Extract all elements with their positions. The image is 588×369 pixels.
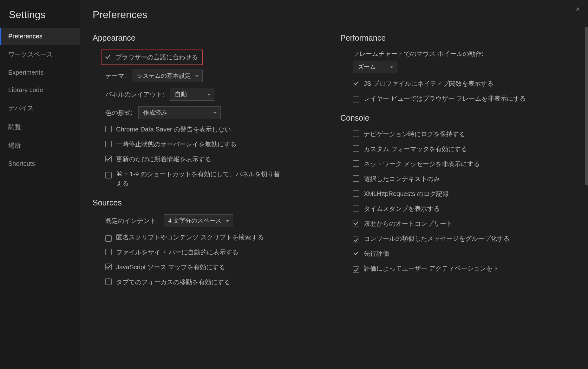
section-title-console: Console bbox=[340, 113, 575, 123]
checkbox-label: 更新のたびに新着情報を表示する bbox=[116, 155, 211, 164]
checkbox-native-funcs[interactable]: JS プロファイルにネイティブ関数を表示する bbox=[353, 79, 575, 88]
checkbox-icon[interactable] bbox=[105, 126, 112, 132]
checkbox-icon[interactable] bbox=[353, 145, 359, 152]
panel-layout-select[interactable]: 自動 bbox=[170, 88, 214, 101]
flamechart-wheel-label: フレームチャートでのマウス ホイールの動作: bbox=[353, 50, 575, 58]
checkbox-label: JS プロファイルにネイティブ関数を表示する bbox=[364, 79, 493, 88]
checkbox-icon[interactable] bbox=[105, 54, 111, 60]
checkbox-label: コンソールの類似したメッセージをグループ化する bbox=[364, 234, 510, 243]
checkbox-autocomplete-history[interactable]: 履歴からのオートコンプリート bbox=[353, 219, 575, 228]
checkbox-label: 匿名スクリプトやコンテンツ スクリプトを検索する bbox=[116, 233, 264, 242]
checkbox-label: 先行評価 bbox=[364, 249, 389, 258]
checkbox-label: ファイルをサイド バーに自動的に表示する bbox=[116, 248, 238, 257]
checkbox-label: カスタム フォーマッタを有効にする bbox=[364, 144, 467, 154]
section-title-performance: Performance bbox=[340, 33, 575, 43]
checkbox-log-xhr[interactable]: XMLHttpRequests のログ記録 bbox=[353, 189, 575, 198]
checkbox-icon[interactable] bbox=[353, 97, 359, 103]
checkbox-icon[interactable] bbox=[353, 237, 359, 243]
checkbox-icon[interactable] bbox=[105, 141, 112, 147]
checkbox-label: ブラウザーの言語に合わせる bbox=[115, 53, 198, 62]
checkbox-label: 選択したコンテキストのみ bbox=[364, 174, 440, 184]
sidebar-item-shortcuts[interactable]: Shortcuts bbox=[0, 155, 80, 172]
checkbox-match-browser-language[interactable]: ブラウザーの言語に合わせる bbox=[101, 50, 203, 65]
section-title-appearance: Appearance bbox=[93, 33, 328, 43]
sidebar-item-devices[interactable]: デバイス bbox=[0, 99, 80, 117]
checkbox-label: レイヤー ビューではブラウザー フレームを非表示にする bbox=[364, 94, 526, 103]
checkbox-icon[interactable] bbox=[353, 80, 359, 86]
checkbox-icon[interactable] bbox=[353, 175, 359, 182]
checkbox-selected-context-only[interactable]: 選択したコンテキストのみ bbox=[353, 174, 575, 184]
checkbox-search-anon-scripts[interactable]: 匿名スクリプトやコンテンツ スクリプトを検索する bbox=[105, 233, 328, 242]
checkbox-hide-network[interactable]: ネットワーク メッセージを非表示にする bbox=[353, 159, 575, 169]
checkbox-data-saver-warning[interactable]: Chrome Data Saver の警告を表示しない bbox=[105, 125, 328, 134]
sidebar-item-workspace[interactable]: ワークスペース bbox=[0, 45, 80, 64]
checkbox-icon[interactable] bbox=[353, 266, 359, 273]
main-panel: × Preferences Appearance ブラウザーの言語に合わせる テ… bbox=[80, 0, 588, 369]
checkbox-icon[interactable] bbox=[105, 249, 112, 255]
checkbox-icon[interactable] bbox=[105, 278, 112, 285]
checkbox-show-timestamps[interactable]: タイムスタンプを表示する bbox=[353, 204, 575, 213]
checkbox-label: 履歴からのオートコンプリート bbox=[364, 219, 453, 228]
left-column: Appearance ブラウザーの言語に合わせる テーマ: システムの基本設定 … bbox=[93, 30, 328, 292]
checkbox-icon[interactable] bbox=[105, 235, 112, 242]
checkbox-js-source-maps[interactable]: JavaScript ソース マップを有効にする bbox=[105, 263, 328, 272]
panel-layout-label: パネルのレイアウト: bbox=[105, 90, 164, 99]
checkbox-label: ⌘ + 1-9 のショートカットを有効にして、パネルを切り替える bbox=[116, 170, 281, 188]
section-title-sources: Sources bbox=[93, 198, 328, 207]
checkbox-tab-focus[interactable]: タブでのフォーカスの移動を有効にする bbox=[105, 278, 328, 287]
checkbox-label: XMLHttpRequests のログ記録 bbox=[364, 189, 449, 198]
scrollbar-thumb[interactable] bbox=[585, 27, 588, 185]
checkbox-auto-reveal-sidebar[interactable]: ファイルをサイド バーに自動的に表示する bbox=[105, 248, 328, 257]
checkbox-icon[interactable] bbox=[105, 172, 112, 178]
color-format-select[interactable]: 作成済み bbox=[138, 106, 221, 119]
checkbox-group-similar[interactable]: コンソールの類似したメッセージをグループ化する bbox=[353, 234, 575, 243]
checkbox-label: 一時停止状態のオーバーレイを無効にする bbox=[116, 140, 237, 149]
checkbox-disable-paused-overlay[interactable]: 一時停止状態のオーバーレイを無効にする bbox=[105, 140, 328, 149]
checkbox-icon[interactable] bbox=[353, 220, 359, 226]
checkbox-label: タイムスタンプを表示する bbox=[364, 204, 440, 213]
checkbox-label: Chrome Data Saver の警告を表示しない bbox=[116, 125, 231, 134]
sidebar-item-throttling[interactable]: 調整 bbox=[0, 117, 80, 136]
checkbox-label: 評価によってユーザー アクティベーションをト bbox=[364, 264, 499, 273]
sidebar-item-preferences[interactable]: Preferences bbox=[0, 28, 80, 45]
default-indent-label: 既定のインデント: bbox=[105, 217, 158, 225]
checkbox-preserve-log[interactable]: ナビゲーション時にログを保持する bbox=[353, 130, 575, 139]
checkbox-show-whats-new[interactable]: 更新のたびに新着情報を表示する bbox=[105, 155, 328, 164]
checkbox-user-activation[interactable]: 評価によってユーザー アクティベーションをト bbox=[353, 264, 575, 273]
checkbox-label: ネットワーク メッセージを非表示にする bbox=[364, 159, 480, 169]
checkbox-eager-eval[interactable]: 先行評価 bbox=[353, 249, 575, 258]
sidebar-item-experiments[interactable]: Experiments bbox=[0, 64, 80, 81]
checkbox-icon[interactable] bbox=[353, 131, 359, 137]
checkbox-label: JavaScript ソース マップを有効にする bbox=[116, 263, 225, 272]
checkbox-custom-formatters[interactable]: カスタム フォーマッタを有効にする bbox=[353, 144, 575, 154]
checkbox-hide-browser-frames[interactable]: レイヤー ビューではブラウザー フレームを非表示にする bbox=[353, 94, 575, 103]
close-icon[interactable]: × bbox=[576, 6, 580, 13]
default-indent-select[interactable]: 4 文字分のスペース bbox=[164, 214, 233, 227]
checkbox-label: ナビゲーション時にログを保持する bbox=[364, 130, 465, 139]
checkbox-icon[interactable] bbox=[353, 250, 359, 256]
flamechart-wheel-select[interactable]: ズーム bbox=[353, 61, 397, 73]
checkbox-icon[interactable] bbox=[105, 264, 112, 270]
theme-select[interactable]: システムの基本設定 bbox=[132, 70, 203, 82]
theme-label: テーマ: bbox=[105, 72, 126, 80]
settings-sidebar: Settings Preferences ワークスペース Experiments… bbox=[0, 0, 80, 369]
right-column: Performance フレームチャートでのマウス ホイールの動作: ズーム J… bbox=[340, 30, 575, 292]
sidebar-item-library-code[interactable]: Library code bbox=[0, 81, 80, 99]
page-title: Preferences bbox=[93, 9, 575, 21]
color-format-label: 色の形式: bbox=[105, 109, 133, 117]
checkbox-icon[interactable] bbox=[353, 160, 359, 167]
sidebar-title: Settings bbox=[0, 9, 80, 28]
checkbox-panel-shortcuts[interactable]: ⌘ + 1-9 のショートカットを有効にして、パネルを切り替える bbox=[105, 170, 328, 188]
sidebar-item-locations[interactable]: 場所 bbox=[0, 136, 80, 155]
checkbox-icon[interactable] bbox=[105, 156, 112, 162]
checkbox-icon[interactable] bbox=[353, 190, 359, 197]
checkbox-icon[interactable] bbox=[353, 205, 359, 211]
checkbox-label: タブでのフォーカスの移動を有効にする bbox=[116, 278, 230, 287]
